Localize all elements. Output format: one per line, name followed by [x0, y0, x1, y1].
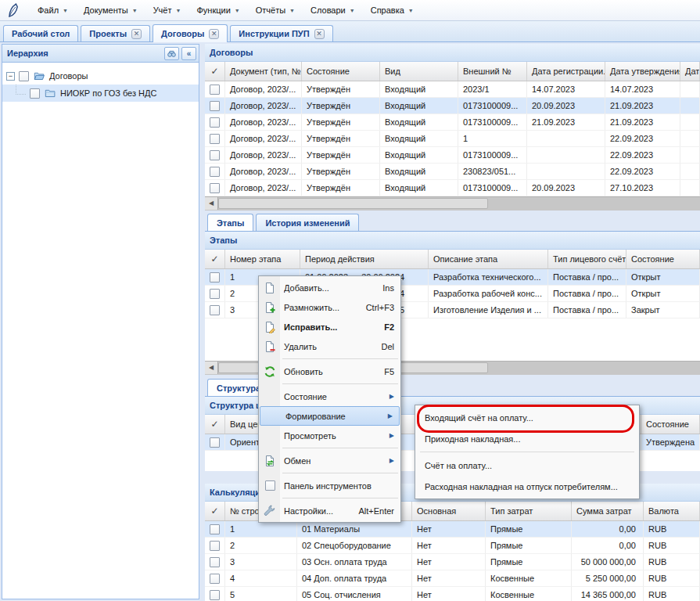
row-checkbox[interactable] [210, 101, 220, 111]
row-checkbox[interactable] [210, 541, 220, 551]
column-header[interactable]: Основная [412, 502, 486, 520]
menubar-item[interactable]: Справка▼ [363, 2, 422, 18]
submenu-item[interactable]: Расходная накладная на отпуск потребител… [415, 476, 639, 497]
submenu-item[interactable]: Приходная накладная... [415, 428, 639, 449]
close-icon[interactable]: ✕ [314, 29, 325, 39]
close-icon[interactable]: ✕ [209, 29, 219, 39]
row-checkbox[interactable] [210, 134, 220, 144]
row-checkbox[interactable] [210, 117, 220, 128]
table-row[interactable]: Договор, 2023/...УтверждёнВходящий2023/1… [205, 81, 700, 98]
row-select-cell[interactable] [205, 81, 225, 97]
hierarchy-collapse-button[interactable]: « [181, 47, 196, 60]
row-checkbox[interactable] [210, 524, 220, 534]
row-select-cell[interactable] [205, 131, 225, 146]
menubar-item[interactable]: Словари▼ [303, 2, 363, 18]
row-select-cell[interactable] [205, 538, 225, 553]
row-checkbox[interactable] [210, 305, 220, 315]
workspace-tab[interactable]: Рабочий стол [3, 25, 78, 41]
row-select-cell[interactable] [205, 269, 225, 285]
select-all-header[interactable]: ✓ [205, 62, 225, 81]
context-menu-item[interactable]: ОбновитьF5 [259, 362, 400, 381]
row-checkbox[interactable] [210, 289, 220, 299]
column-header[interactable]: Состояние [302, 62, 380, 81]
column-header[interactable]: Дата регистрации. [527, 62, 605, 81]
tab-history[interactable]: История изменений [256, 214, 359, 231]
tree-node-checkbox[interactable] [30, 88, 40, 99]
column-header[interactable]: Период действия [300, 250, 429, 268]
scrollbar-thumb[interactable] [218, 198, 488, 209]
column-header[interactable]: Внешний № [458, 62, 527, 81]
row-select-cell[interactable] [205, 147, 225, 163]
table-row[interactable]: Договор, 2023/...УтверждёнВходящий017310… [205, 180, 700, 196]
column-header[interactable]: Номер этапа [225, 250, 300, 268]
column-header[interactable]: Сумма затрат [572, 502, 644, 520]
table-row[interactable]: 505 Соц. отчисленияНетКосвенные14 365 00… [205, 587, 700, 601]
row-checkbox[interactable] [210, 150, 220, 160]
row-select-cell[interactable] [205, 554, 225, 570]
row-select-cell[interactable] [205, 570, 225, 586]
menubar-item[interactable]: Файл▼ [30, 2, 76, 18]
context-menu-item[interactable]: Состояние▶ [259, 387, 400, 406]
context-menu-item[interactable]: Просмотреть▶ [259, 426, 400, 445]
table-row[interactable]: 303 Осн. оплата трудаНетПрямые50 000 000… [205, 554, 700, 570]
column-header[interactable]: Состояние [626, 250, 700, 268]
submenu-item[interactable]: Счёт на оплату... [415, 455, 639, 476]
context-menu-item[interactable]: УдалитьDel [259, 336, 400, 356]
menubar-item[interactable]: Учёт▼ [145, 2, 189, 18]
hierarchy-search-button[interactable] [164, 47, 179, 60]
row-select-cell[interactable] [205, 434, 225, 450]
table-row[interactable]: Договор, 2023/...УтверждёнВходящий122.09… [205, 131, 700, 147]
row-select-cell[interactable] [205, 521, 225, 537]
select-all-header[interactable]: ✓ [205, 502, 225, 520]
row-checkbox[interactable] [210, 437, 220, 448]
row-select-cell[interactable] [205, 302, 225, 318]
tree-node-contracts[interactable]: − Договоры [2, 67, 199, 85]
table-row[interactable]: Договор, 2023/...УтверждёнВходящий017310… [205, 114, 700, 131]
row-checkbox[interactable] [210, 85, 220, 95]
collapse-node-icon[interactable]: − [6, 72, 15, 81]
row-select-cell[interactable] [205, 98, 225, 113]
table-row[interactable]: 101 МатериалыНетПрямые0,00RUB [205, 521, 700, 538]
row-checkbox[interactable] [210, 557, 220, 567]
context-menu-item[interactable]: Добавить...Ins [259, 278, 400, 297]
scroll-left-icon[interactable]: ◀ [205, 362, 218, 374]
row-checkbox[interactable] [210, 272, 220, 283]
table-row[interactable]: Договор, 2023/...УтверждёнВходящий017310… [205, 147, 700, 164]
table-row[interactable]: Договор, 2023/...УтверждёнВходящий230823… [205, 164, 700, 180]
contracts-hscrollbar[interactable]: ◀ [205, 196, 700, 211]
tree-node-checkbox[interactable] [19, 71, 29, 81]
context-menu-item[interactable]: Размножить...Ctrl+F3 [259, 297, 400, 317]
tree-node-niokr[interactable]: НИОКР по ГОЗ без НДС [2, 85, 199, 102]
row-checkbox[interactable] [210, 590, 220, 600]
row-select-cell[interactable] [205, 587, 225, 601]
column-header[interactable]: Документ (тип, № [225, 62, 302, 81]
table-row[interactable]: 202 СпецоборудованиеНетПрямые0,00RUB [205, 538, 700, 554]
row-select-cell[interactable] [205, 286, 225, 301]
scroll-left-icon[interactable]: ◀ [205, 197, 218, 210]
table-row[interactable]: Договор, 2023/...УтверждёнВходящий017310… [205, 98, 700, 114]
select-all-header[interactable]: ✓ [205, 250, 225, 268]
context-menu-item[interactable]: Панель инструментов [259, 476, 400, 495]
workspace-tab[interactable]: Инструкции ПУП✕ [230, 25, 332, 41]
context-menu-item[interactable]: Обмен▶ [259, 451, 400, 470]
context-menu-item[interactable]: Настройки...Alt+Enter [259, 501, 400, 520]
workspace-tab[interactable]: Проекты✕ [81, 25, 150, 41]
tab-stages[interactable]: Этапы [207, 214, 253, 231]
row-select-cell[interactable] [205, 180, 225, 196]
row-select-cell[interactable] [205, 164, 225, 179]
column-header[interactable]: Дата [680, 62, 700, 81]
row-select-cell[interactable] [205, 114, 225, 130]
column-header[interactable]: Валюта [644, 502, 700, 520]
workspace-tab[interactable]: Договоры✕ [153, 24, 228, 42]
column-header[interactable]: Вид [380, 62, 458, 81]
table-row[interactable]: 404 Доп. оплата трудаНетКосвенные5 250 0… [205, 570, 700, 587]
row-checkbox[interactable] [210, 167, 220, 177]
row-checkbox[interactable] [210, 183, 220, 193]
column-header[interactable]: Тип лицевого счёт [548, 250, 626, 268]
column-header[interactable]: Тип затрат [486, 502, 572, 520]
close-icon[interactable]: ✕ [131, 29, 142, 39]
menubar-item[interactable]: Отчёты▼ [248, 2, 303, 18]
column-header[interactable]: Состояние [641, 415, 700, 434]
context-menu-item[interactable]: Формирование▶ [260, 406, 400, 426]
menubar-item[interactable]: Функции▼ [188, 2, 247, 18]
